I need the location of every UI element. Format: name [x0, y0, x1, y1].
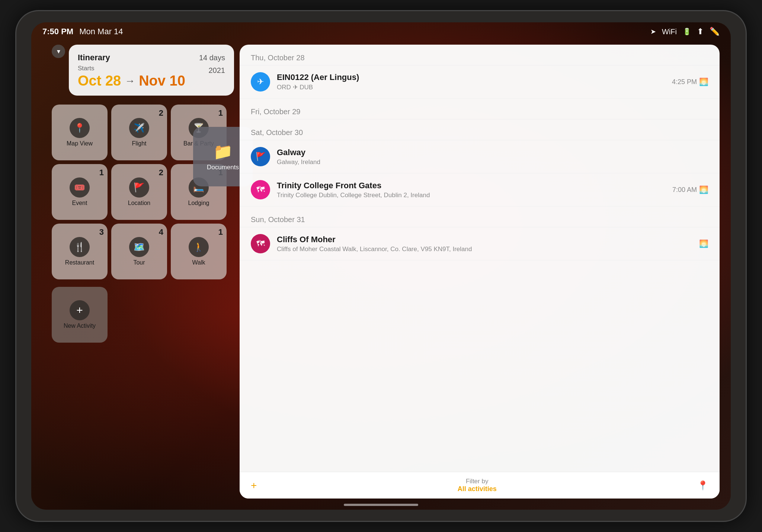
tile-event[interactable]: 1 🎟️ Event	[52, 164, 108, 220]
filter-label: Filter by	[458, 478, 497, 485]
left-panel: ▾ Itinerary 14 days Starts Oct 28 → Nov …	[52, 45, 234, 343]
map-view-icon: 📍	[70, 118, 90, 138]
plus-icon: +	[70, 300, 90, 320]
tile-event-label: Event	[72, 200, 87, 206]
flight-1-icon: ✈	[251, 72, 270, 92]
tile-lodging-label: Lodging	[188, 200, 209, 206]
activity-trinity[interactable]: 🗺 Trinity College Front Gates Trinity Co…	[240, 173, 720, 206]
walk-icon: 🚶	[189, 237, 209, 257]
home-indicator	[344, 504, 418, 506]
trinity-name: Trinity College Front Gates	[277, 181, 666, 190]
add-activity-button[interactable]: +	[251, 480, 257, 491]
itinerary-days: 14 days	[199, 54, 225, 62]
itinerary-card: Itinerary 14 days Starts Oct 28 → Nov 10	[69, 45, 234, 96]
location-icon: 🚩	[129, 177, 149, 198]
flight-count: 2	[159, 108, 163, 118]
trinity-info: Trinity College Front Gates Trinity Coll…	[277, 181, 666, 199]
year-label: 2021	[209, 65, 225, 75]
galway-info: Galway Galway, Ireland	[277, 148, 702, 166]
itinerary-list[interactable]: Thu, October 28 ✈ EIN0122 (Aer Lingus) O…	[240, 45, 720, 472]
chevron-down-button[interactable]: ▾	[52, 45, 65, 58]
filter-value: All activities	[458, 485, 497, 493]
activity-galway[interactable]: 🚩 Galway Galway, Ireland	[240, 140, 720, 173]
tile-tour[interactable]: 4 🗺️ Tour	[111, 224, 167, 279]
tile-flight[interactable]: 2 ✈️ Flight	[111, 105, 167, 160]
event-count: 1	[99, 168, 104, 177]
day-header-sat-oct30: Sat, October 30	[240, 119, 720, 140]
date-to: Nov 10	[139, 73, 185, 89]
new-activity-tile[interactable]: + New Activity	[52, 287, 108, 343]
location-filter-button[interactable]: 📍	[697, 480, 708, 491]
date-from: Oct 28	[78, 73, 121, 89]
tile-map-view-label: Map View	[67, 140, 93, 147]
flight-1-name: EIN0122 (Aer Lingus)	[277, 73, 665, 82]
new-activity-label: New Activity	[64, 323, 96, 329]
tile-walk-label: Walk	[192, 259, 205, 266]
itinerary-title: Itinerary	[78, 53, 110, 63]
flight-1-time: 4:25 PM 🌅	[672, 77, 708, 86]
trinity-detail: Trinity College Dublin, College Street, …	[277, 192, 666, 199]
cliffs-detail: Cliffs of Moher Coastal Walk, Liscannor,…	[277, 246, 692, 253]
location-count: 2	[159, 168, 163, 177]
battery-icon: 🔋	[683, 28, 691, 36]
tour-count: 4	[159, 227, 163, 237]
galway-name: Galway	[277, 148, 702, 157]
tile-restaurant-label: Restaurant	[65, 259, 94, 266]
trinity-time: 7:00 AM 🌅	[672, 185, 708, 194]
tile-location-label: Location	[128, 200, 151, 206]
ipad-screen: 7:50 PM Mon Mar 14 ➤ WiFi 🔋 ⬆ ✏️ ▾ Itine…	[31, 22, 731, 510]
tile-flight-label: Flight	[132, 140, 146, 147]
cliffs-time: 🌅	[699, 239, 708, 248]
activity-cliffs[interactable]: 🗺 Cliffs Of Moher Cliffs of Moher Coasta…	[240, 227, 720, 260]
right-panel: Thu, October 28 ✈ EIN0122 (Aer Lingus) O…	[240, 45, 720, 499]
nav-icon: ➤	[650, 28, 656, 36]
tile-tour-label: Tour	[133, 259, 145, 266]
share-icon[interactable]: ⬆	[697, 27, 704, 36]
flight-1-detail: ORD ✈ DUB	[277, 83, 665, 91]
flight-icon: ✈️	[129, 118, 149, 138]
tile-walk[interactable]: 1 🚶 Walk	[171, 224, 227, 279]
activity-flight-1[interactable]: ✈ EIN0122 (Aer Lingus) ORD ✈ DUB 4:25 PM…	[240, 65, 720, 99]
tile-map-view[interactable]: 📍 Map View	[52, 105, 108, 160]
walk-count: 1	[218, 227, 223, 237]
galway-detail: Galway, Ireland	[277, 158, 702, 166]
starts-label: Starts	[78, 65, 185, 72]
status-date: Mon Mar 14	[79, 27, 123, 36]
folder-icon: 📁	[213, 142, 233, 161]
bottom-bar: + Filter by All activities 📍	[240, 472, 720, 499]
wifi-icon: WiFi	[662, 28, 677, 36]
galway-icon: 🚩	[251, 147, 270, 166]
cliffs-icon: 🗺	[251, 234, 270, 253]
day-header-fri-oct29: Fri, October 29	[240, 99, 720, 119]
filter-section[interactable]: Filter by All activities	[458, 478, 497, 493]
ipad-frame: 7:50 PM Mon Mar 14 ➤ WiFi 🔋 ⬆ ✏️ ▾ Itine…	[16, 11, 746, 521]
status-time: 7:50 PM	[42, 27, 73, 36]
trinity-icon: 🗺	[251, 180, 270, 199]
edit-icon[interactable]: ✏️	[710, 27, 720, 36]
restaurant-icon: 🍴	[70, 237, 90, 257]
date-arrow: →	[125, 75, 135, 87]
event-icon: 🎟️	[70, 177, 90, 198]
bar-count: 1	[218, 108, 223, 118]
documents-label: Documents	[207, 164, 239, 171]
tile-location[interactable]: 2 🚩 Location	[111, 164, 167, 220]
cliffs-name: Cliffs Of Moher	[277, 235, 692, 244]
tile-restaurant[interactable]: 3 🍴 Restaurant	[52, 224, 108, 279]
flight-1-info: EIN0122 (Aer Lingus) ORD ✈ DUB	[277, 73, 665, 91]
day-header-sun-oct31: Sun, October 31	[240, 206, 720, 227]
sun-icon-2: 🌅	[699, 185, 708, 194]
sun-icon-3: 🌅	[699, 239, 708, 248]
sun-icon-1: 🌅	[699, 77, 708, 86]
status-bar: 7:50 PM Mon Mar 14 ➤ WiFi 🔋 ⬆ ✏️	[31, 22, 731, 41]
restaurant-count: 3	[99, 227, 104, 237]
tour-icon: 🗺️	[129, 237, 149, 257]
day-header-thu-oct28: Thu, October 28	[240, 45, 720, 65]
cliffs-info: Cliffs Of Moher Cliffs of Moher Coastal …	[277, 235, 692, 253]
